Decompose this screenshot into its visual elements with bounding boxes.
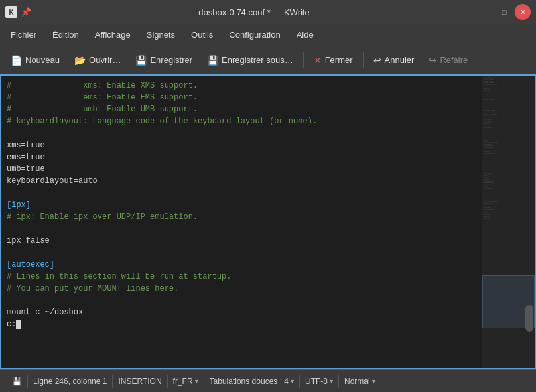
- menu-signets[interactable]: Signets: [139, 27, 183, 43]
- scrollbar-thumb[interactable]: [525, 305, 533, 332]
- encoding-arrow: ▾: [330, 377, 333, 385]
- enregistrer-sous-button[interactable]: 💾 Enregistrer sous…: [200, 52, 300, 69]
- enregistrer-sous-icon: 💾: [207, 55, 218, 66]
- toolbar-separator-2: [363, 52, 364, 68]
- fermer-icon: ✕: [314, 55, 322, 66]
- titlebar: K 📌 dosbox-0.74.conf * — KWrite – □ ✕: [0, 0, 536, 24]
- language-arrow: ▾: [195, 377, 198, 385]
- normal-arrow: ▾: [372, 377, 375, 385]
- status-indent-label: Tabulations douces : 4: [210, 377, 289, 386]
- refaire-icon: ↪: [429, 55, 436, 66]
- enregistrer-icon: 💾: [135, 55, 147, 66]
- menu-fichier[interactable]: Fichier: [3, 27, 44, 43]
- menu-configuration[interactable]: Configuration: [221, 27, 288, 43]
- enregistrer-button[interactable]: 💾 Enregistrer: [129, 52, 199, 69]
- maximize-button[interactable]: □: [496, 4, 512, 20]
- titlebar-left: K 📌: [5, 6, 31, 18]
- nouveau-icon: 📄: [11, 55, 22, 66]
- content-area: # xms: Enable XMS support. # ems: Enable…: [0, 74, 536, 369]
- indent-arrow: ▾: [291, 377, 294, 385]
- nouveau-button[interactable]: 📄 Nouveau: [4, 52, 66, 69]
- scrollbar-area[interactable]: ############## # xms enable # ems enable…: [482, 76, 535, 368]
- status-encoding-label: UTF-8: [305, 377, 328, 386]
- window-title: dosbox-0.74.conf * — KWrite: [31, 7, 478, 17]
- status-normal-dropdown[interactable]: Normal ▾: [339, 370, 381, 392]
- file-save-icon: 💾: [12, 377, 22, 386]
- minimap[interactable]: ############## # xms enable # ems enable…: [482, 76, 535, 368]
- menubar: Fichier Édition Affichage Signets Outils…: [0, 24, 536, 46]
- statusbar: 💾 Ligne 246, colonne 1 INSERTION fr_FR ▾…: [0, 369, 536, 392]
- app-icon: K: [5, 6, 17, 18]
- status-position: Ligne 246, colonne 1: [28, 370, 112, 392]
- status-encoding-dropdown[interactable]: UTF-8 ▾: [300, 370, 338, 392]
- status-mode: INSERTION: [113, 370, 167, 392]
- menu-affichage[interactable]: Affichage: [87, 27, 139, 43]
- close-button[interactable]: ✕: [515, 4, 531, 20]
- ouvrir-button[interactable]: 📂 Ouvrir…: [68, 52, 127, 69]
- annuler-icon: ↩: [373, 55, 381, 66]
- minimap-content: ############## # xms enable # ems enable…: [482, 76, 535, 223]
- editor[interactable]: # xms: Enable XMS support. # ems: Enable…: [1, 76, 482, 368]
- window-controls: – □ ✕: [478, 4, 531, 20]
- ouvrir-icon: 📂: [74, 55, 86, 66]
- minimize-button[interactable]: –: [478, 4, 494, 20]
- status-indent-dropdown[interactable]: Tabulations douces : 4 ▾: [204, 370, 299, 392]
- status-language-label: fr_FR: [173, 377, 193, 386]
- pin-icon[interactable]: 📌: [21, 7, 31, 17]
- menu-aide[interactable]: Aide: [289, 27, 322, 43]
- menu-edition[interactable]: Édition: [44, 27, 87, 43]
- status-language-dropdown[interactable]: fr_FR ▾: [168, 370, 204, 392]
- menu-outils[interactable]: Outils: [183, 27, 221, 43]
- refaire-button[interactable]: ↪ Refaire: [422, 52, 474, 69]
- status-file-icon: 💾: [7, 370, 27, 392]
- annuler-button[interactable]: ↩ Annuler: [367, 52, 421, 69]
- toolbar: 📄 Nouveau 📂 Ouvrir… 💾 Enregistrer 💾 Enre…: [0, 46, 536, 74]
- fermer-button[interactable]: ✕ Fermer: [307, 52, 360, 69]
- editor-content[interactable]: # xms: Enable XMS support. # ems: Enable…: [1, 76, 482, 368]
- status-normal-label: Normal: [344, 377, 370, 386]
- toolbar-separator: [303, 52, 304, 68]
